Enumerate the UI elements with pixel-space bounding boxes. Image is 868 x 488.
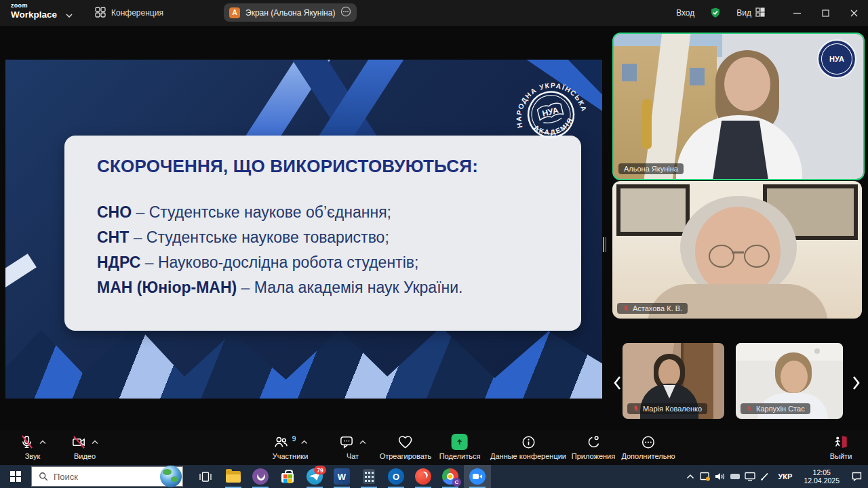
tab-options-ellipsis-icon[interactable] — [340, 6, 351, 19]
apps-icon — [585, 434, 601, 450]
tab-screen-share[interactable]: A Экран (Альона Якуніна) — [224, 3, 357, 22]
meeting-grid-icon — [95, 7, 106, 20]
close-button[interactable] — [840, 0, 868, 26]
signin-button[interactable]: Вход — [676, 8, 694, 18]
participants-label: Участники — [273, 452, 309, 460]
taskbar-word-icon[interactable]: W — [328, 465, 355, 488]
tab-screen-label: Экран (Альона Якуніна) — [245, 8, 335, 18]
view-button[interactable]: Вид — [736, 7, 765, 19]
brand-workplace: Workplace — [11, 10, 57, 20]
slide-line: МАН (Юніор-МАН) – Мала академія наук Укр… — [97, 279, 463, 297]
muted-mic-icon — [633, 405, 639, 413]
tray-speaker-icon[interactable] — [713, 465, 728, 488]
video-tile-active-speaker[interactable]: НУА Альона Якуніна — [612, 33, 865, 180]
video-tile-strip[interactable]: Марія Коваленко — [623, 343, 724, 419]
taskbar-telegram-icon[interactable]: 79 — [301, 465, 328, 488]
participant-name-tag: Альона Якуніна — [618, 163, 684, 174]
panel-resize-handle[interactable] — [602, 235, 607, 255]
taskbar-outlook-icon[interactable]: O — [382, 465, 410, 488]
video-button[interactable]: Видео — [71, 433, 98, 460]
view-grid-icon — [755, 7, 765, 19]
participant-figure — [658, 359, 680, 386]
participant-name: Астахова К. В. — [633, 304, 682, 312]
taskbar-explorer-icon[interactable] — [220, 465, 247, 488]
weather-globe-icon[interactable] — [160, 466, 182, 487]
video-tile-strip[interactable]: Карпухін Стас — [736, 343, 843, 419]
security-shield-icon[interactable] — [709, 6, 722, 20]
brand-chevron-down-icon[interactable] — [65, 9, 73, 21]
strip-chevron-right-icon[interactable] — [849, 371, 864, 394]
taskbar-red-browser-icon[interactable] — [410, 465, 437, 488]
audio-options-chevron-icon[interactable] — [39, 440, 46, 445]
camera-muted-icon — [71, 434, 87, 450]
audio-button[interactable]: Звук — [19, 433, 46, 460]
search-icon — [39, 472, 48, 481]
participants-icon — [273, 434, 289, 450]
participant-figure — [744, 245, 770, 268]
language-indicator[interactable]: УКР — [772, 472, 799, 481]
taskbar-search-input[interactable] — [52, 471, 157, 483]
taskbar-calculator-icon[interactable] — [355, 465, 382, 488]
slide-line: НДРС – Науково-дослідна робота студентів… — [97, 253, 418, 272]
academy-badge-logo: НУА — [817, 39, 856, 79]
share-screen-button[interactable]: Поделиться — [439, 433, 481, 460]
video-label: Видео — [74, 452, 96, 460]
tray-chevron-up-icon[interactable] — [683, 465, 698, 488]
clock-time: 12:05 — [804, 468, 840, 476]
chat-label: Чат — [347, 452, 359, 460]
tray-app-notification-icon[interactable] — [698, 465, 713, 488]
slide-deco-chevron — [5, 253, 37, 289]
taskbar-store-icon[interactable] — [274, 465, 301, 488]
participants-options-chevron-icon[interactable] — [300, 440, 307, 445]
screen-share-avatar: A — [229, 7, 240, 18]
maximize-button[interactable] — [811, 0, 840, 26]
meeting-toolbar: Звук Видео 9 — [0, 430, 868, 465]
taskbar-chrome-icon[interactable]: C — [437, 465, 464, 488]
view-label: Вид — [736, 8, 751, 18]
svg-text:НУА: НУА — [541, 105, 559, 119]
react-button[interactable]: Отреагировать — [380, 433, 432, 460]
minimize-button[interactable] — [783, 0, 811, 26]
muted-mic-icon — [623, 304, 629, 312]
info-label: Данные конференции — [490, 452, 566, 460]
video-options-chevron-icon[interactable] — [92, 440, 98, 445]
zoom-workplace-logo: zoom Workplace — [11, 3, 57, 20]
video-scenery — [642, 99, 652, 149]
audio-label: Звук — [25, 452, 41, 460]
svg-text:НАРОДНА УКРАЇНСЬКА: НАРОДНА УКРАЇНСЬКА — [507, 74, 588, 129]
video-tile-participant[interactable]: Астахова К. В. — [612, 181, 862, 319]
chrome-profile-badge: C — [452, 478, 461, 487]
chat-button[interactable]: Чат — [339, 433, 366, 460]
meeting-info-button[interactable]: Данные конференции — [490, 433, 566, 460]
video-scenery — [622, 64, 637, 81]
info-icon — [521, 434, 536, 450]
more-label: Дополнительно — [621, 452, 675, 460]
taskbar-viber-icon[interactable] — [247, 465, 274, 488]
tray-device-icon[interactable] — [728, 465, 743, 488]
tray-pen-icon[interactable] — [757, 465, 772, 488]
windows-taskbar: 79 W O C — [0, 465, 868, 488]
participants-count: 9 — [292, 435, 296, 443]
share-screen-icon — [452, 434, 468, 450]
leave-button[interactable]: Выйти — [830, 433, 852, 460]
clock-date: 12.04.2025 — [804, 476, 840, 485]
clock[interactable]: 12:05 12.04.2025 — [798, 468, 845, 485]
more-button[interactable]: Дополнительно — [621, 433, 675, 460]
mic-muted-icon — [19, 434, 35, 450]
apps-button[interactable]: Приложения — [572, 433, 615, 460]
participant-figure — [781, 361, 808, 393]
chat-options-chevron-icon[interactable] — [359, 440, 366, 445]
action-center-icon[interactable] — [845, 465, 868, 488]
tray-display-icon[interactable] — [743, 465, 757, 488]
more-ellipsis-icon — [640, 434, 656, 450]
participant-figure — [713, 121, 768, 180]
slide-title: СКОРОЧЕННЯ, ЩО ВИКОРИСТОВУЮТЬСЯ: — [97, 156, 478, 177]
participants-button[interactable]: 9 Участники — [273, 433, 309, 460]
start-button[interactable] — [0, 465, 31, 488]
task-view-button[interactable] — [193, 465, 218, 488]
taskbar-zoom-icon[interactable] — [464, 465, 491, 488]
slide-line: СНО – Студентське наукове об’єднання; — [97, 203, 391, 222]
tab-meeting[interactable]: Конференция — [95, 5, 163, 21]
participant-name-tag: Карпухін Стас — [741, 403, 810, 414]
video-scenery — [814, 348, 820, 354]
